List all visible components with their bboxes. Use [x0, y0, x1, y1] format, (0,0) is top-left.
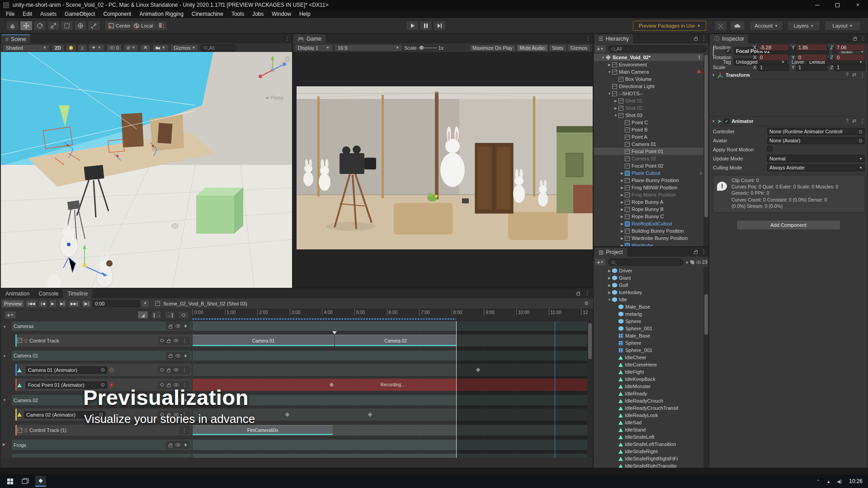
project-row[interactable]: IdleStrafeRight [594, 448, 703, 455]
expand-arrow[interactable]: ▶ [607, 291, 612, 295]
camera-dropdown-icon[interactable]: ▼ [152, 44, 169, 52]
expand-arrow[interactable]: ▶ [613, 99, 618, 103]
hidden-objects-icon[interactable]: 0 [106, 44, 122, 52]
orientation-toggle-button[interactable]: Local [130, 21, 156, 31]
game-toolbar-button[interactable]: Mute Audio [517, 44, 548, 52]
time-unit-dropdown[interactable]: ▼ [141, 300, 149, 308]
add-icon[interactable]: + [184, 441, 187, 448]
project-row[interactable]: IdleStrafeRightRightFtFi [594, 455, 703, 462]
game-menu-icon[interactable]: ⋮ [585, 35, 591, 42]
hierarchy-row[interactable]: Camera 01 › ⋮ [594, 141, 703, 148]
project-row[interactable]: Sphere [594, 339, 703, 347]
expand-arrow[interactable]: ▶ [607, 63, 612, 67]
add-track-button[interactable]: +▼ [5, 311, 16, 319]
bottom-tab[interactable]: Console [34, 289, 63, 298]
expand-arrow[interactable]: ▼ [607, 92, 612, 96]
update-mode-dropdown[interactable]: Normal▼ [767, 155, 865, 162]
hierarchy-row[interactable]: ▼ --SHOTS-- › ⋮ [594, 90, 703, 97]
transport-button[interactable]: ▶| [58, 300, 67, 308]
display-dropdown[interactable]: Display 1▼ [295, 44, 333, 52]
transport-button[interactable]: [▶] [81, 300, 91, 308]
preview-packages-dropdown[interactable]: Preview Packages in Use▼ [633, 21, 706, 31]
project-row[interactable]: IdleReadyLook [594, 412, 703, 419]
effects-dropdown-icon[interactable]: ✦▼ [89, 44, 104, 52]
z-field[interactable]: 1 [835, 64, 866, 71]
rotate-tool-icon[interactable] [33, 21, 46, 31]
expand-arrow[interactable]: ▶ [619, 244, 625, 247]
aspect-dropdown[interactable]: 16:9▼ [335, 44, 402, 52]
scale-slider[interactable] [419, 47, 437, 48]
z-field[interactable]: 0 [835, 54, 866, 61]
scene-menu-icon[interactable]: ⋮ [284, 35, 290, 42]
hierarchy-row[interactable]: ▶ Frog NBNW Position › ⋮ [594, 184, 703, 191]
transport-button[interactable]: ▶ [49, 300, 57, 308]
menu-item[interactable]: Edit [19, 10, 36, 18]
hierarchy-row[interactable]: ▶ Environment › ⋮ [594, 61, 703, 68]
add-icon[interactable]: + [184, 323, 187, 329]
timeline-lock-icon[interactable] [576, 293, 580, 296]
animator-enabled-checkbox[interactable]: ✓ [724, 118, 729, 124]
audio-toggle-icon[interactable]: ♪ [78, 44, 87, 52]
hand-tool-icon[interactable] [6, 21, 19, 31]
track-group-camera01[interactable]: Camera 01 + [12, 351, 192, 361]
project-menu-icon[interactable]: ⋮ [701, 249, 707, 255]
inspector-menu-icon[interactable]: ⋮ [860, 35, 866, 42]
close-button[interactable]: × [848, 0, 868, 10]
game-toolbar-button[interactable]: Stats [549, 44, 566, 52]
hierarchy-row[interactable]: Focal Point 02 › ⋮ [594, 162, 703, 169]
menu-item[interactable]: File [2, 10, 19, 18]
menu-item[interactable]: Tools [227, 10, 248, 18]
hierarchy-row[interactable]: Point C › ⋮ [594, 119, 703, 126]
group-collapse-arrow[interactable]: ▼ [3, 354, 6, 358]
project-row[interactable]: Sphere_001 [594, 325, 703, 332]
taskbar-clock[interactable]: 10:26 [849, 478, 863, 484]
project-row[interactable]: IdleKeepBack [594, 375, 703, 383]
hierarchy-lock-icon[interactable] [694, 38, 698, 41]
project-row[interactable]: ▼ Idle [594, 296, 703, 303]
hierarchy-row[interactable]: ▶ Rope Bunny C › ⋮ [594, 213, 703, 220]
expand-arrow[interactable]: ▶ [619, 236, 625, 240]
clip-camera02[interactable]: Camera 02 [335, 335, 456, 346]
scene-viewport-canvas[interactable]: ◄ Persp [1, 52, 292, 288]
expand-arrow[interactable]: ▶ [619, 186, 625, 190]
project-row[interactable]: IdleReady [594, 390, 703, 397]
x-field[interactable]: 1 [758, 64, 789, 71]
transport-button[interactable]: |◀ [38, 300, 47, 308]
record-button[interactable] [109, 368, 114, 372]
cloud-collab-icon[interactable] [730, 21, 745, 31]
maximize-button[interactable] [827, 0, 848, 10]
project-row[interactable]: IdleStrafeRightTransitio [594, 462, 703, 468]
scene-search-input[interactable]: All [200, 44, 236, 52]
grid-dropdown-icon[interactable]: #▼ [124, 44, 138, 52]
menu-item[interactable]: Help [295, 10, 315, 18]
replace-mode-icon[interactable]: →❙ [165, 311, 175, 319]
project-lock-icon[interactable] [694, 251, 698, 254]
x-field[interactable]: 0 [758, 54, 789, 61]
hierarchy-row[interactable]: ▶ Wardrobe › ⋮ [594, 242, 703, 246]
expand-arrow[interactable]: ▶ [619, 222, 625, 226]
group-collapse-arrow[interactable]: ▼ [3, 325, 6, 329]
project-row[interactable]: IdleFight [594, 368, 703, 375]
hierarchy-row[interactable]: ▼ Main Camera › ⋮ [594, 68, 703, 75]
project-row[interactable]: IdleComeHere [594, 361, 703, 368]
tab-project[interactable]: ▤Project [594, 248, 627, 257]
menu-item[interactable]: Animation Rigging [135, 10, 187, 18]
game-toolbar-button[interactable]: Gizmos [567, 44, 590, 52]
hierarchy-row[interactable]: ▶ Building Bunny Position › ⋮ [594, 227, 703, 235]
menu-item[interactable]: Cinemachine [188, 10, 227, 18]
search-by-label-icon[interactable] [690, 260, 694, 264]
track-group-cameras[interactable]: Cameras + [12, 321, 192, 331]
start-button[interactable] [5, 476, 15, 487]
insert-mode-icon[interactable]: ❙→ [151, 311, 162, 319]
expand-arrow[interactable]: ▶ [607, 269, 612, 273]
project-row[interactable]: Male_Base [594, 303, 703, 310]
y-field[interactable]: 1.85 [796, 44, 827, 51]
presets-icon[interactable]: ⇄ [852, 72, 856, 78]
expand-arrow[interactable]: ▶ [607, 283, 612, 287]
hierarchy-row[interactable]: ▶ Rope Bunny B › ⋮ [594, 206, 703, 213]
pause-button[interactable] [420, 21, 432, 31]
timeline-binding[interactable]: Scene_02_Void_B_Shot_02 (Shot 03) [163, 301, 247, 306]
step-button[interactable] [433, 21, 446, 31]
rect-tool-icon[interactable] [61, 21, 73, 31]
component-tools-icon[interactable]: ✕ [140, 44, 151, 52]
